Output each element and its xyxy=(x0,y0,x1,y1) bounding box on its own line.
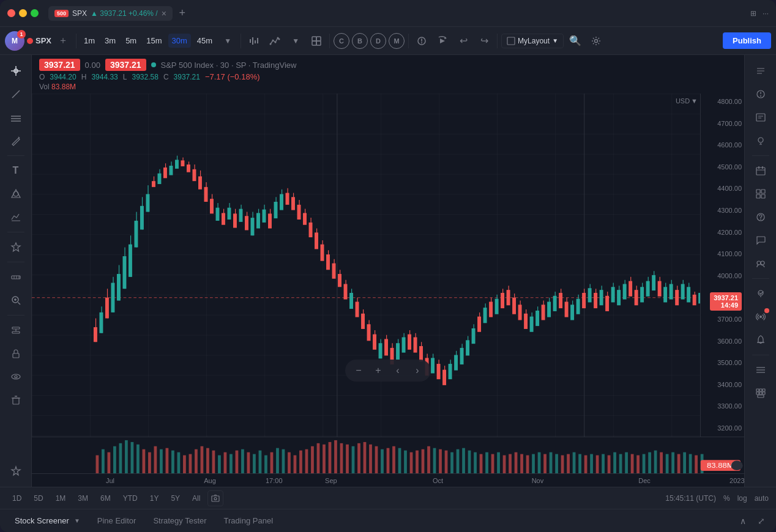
ruler-tool[interactable] xyxy=(5,266,27,288)
screenshot-button[interactable] xyxy=(207,490,223,506)
crosshair-tool[interactable] xyxy=(5,60,27,82)
timeframe-more-icon[interactable]: ▼ xyxy=(218,32,237,50)
templates-button[interactable] xyxy=(307,32,326,50)
tab-strategy-tester[interactable]: Strategy Tester xyxy=(146,514,214,528)
close-value: 3937.21 xyxy=(174,73,200,81)
anchor-tool[interactable] xyxy=(5,319,27,341)
draw-tool[interactable] xyxy=(5,130,27,152)
new-tab-button[interactable]: + xyxy=(175,6,190,21)
tab-trading-panel[interactable]: Trading Panel xyxy=(217,514,280,528)
broadcast-button[interactable] xyxy=(750,306,772,328)
period-1m[interactable]: 1M xyxy=(51,492,71,504)
calendar-button[interactable] xyxy=(750,160,772,182)
settings-button[interactable] xyxy=(587,32,605,50)
currency-badge[interactable]: USD ▼ xyxy=(676,97,698,105)
delete-tool[interactable] xyxy=(5,389,27,411)
period-5y[interactable]: 5Y xyxy=(166,492,185,504)
lock-tool[interactable] xyxy=(5,342,27,364)
layout-selector[interactable]: MyLayout ▼ xyxy=(501,34,564,48)
hotkeys-button[interactable] xyxy=(750,382,772,404)
indicators-button[interactable] xyxy=(266,32,284,50)
text-tool[interactable]: T xyxy=(5,160,27,182)
chat-button[interactable] xyxy=(750,229,772,251)
period-6m[interactable]: 6M xyxy=(95,492,116,504)
tab-pine-editor[interactable]: Pine Editor xyxy=(90,514,144,528)
timeframe-45m[interactable]: 45m xyxy=(193,34,216,48)
publish-button[interactable]: Publish xyxy=(723,32,771,49)
close-traffic-light[interactable] xyxy=(7,9,15,17)
compare-B-button[interactable]: B xyxy=(352,33,368,49)
depth-button[interactable] xyxy=(750,359,772,381)
ideas-button[interactable] xyxy=(750,130,772,152)
period-3m[interactable]: 3M xyxy=(73,492,93,504)
horizontal-line-tool[interactable] xyxy=(5,106,27,128)
auto-toggle[interactable]: auto xyxy=(755,494,769,503)
spx-tab[interactable]: 500 SPX ▲ 3937.21 +0.46% / × xyxy=(48,6,173,21)
tab-stock-screener[interactable]: Stock Screener ▼ xyxy=(7,514,88,528)
period-all[interactable]: All xyxy=(187,492,205,504)
panel-collapse-button[interactable]: ∧ xyxy=(736,514,750,528)
price-3700: 3700.00 xyxy=(703,316,742,323)
line-tool[interactable] xyxy=(5,83,27,105)
timeframe-3m[interactable]: 3m xyxy=(101,34,119,48)
watchlist-star[interactable] xyxy=(5,460,27,482)
compare-M-button[interactable]: M xyxy=(389,33,405,49)
trading-ideas-button[interactable] xyxy=(750,283,772,305)
fullscreen-traffic-light[interactable] xyxy=(31,9,39,17)
ticker-selector[interactable]: SPX xyxy=(27,36,51,45)
avatar-button[interactable]: M 1 xyxy=(5,31,24,51)
replay-button[interactable] xyxy=(433,32,452,50)
period-1y[interactable]: 1Y xyxy=(145,492,164,504)
zoom-out-button[interactable]: − xyxy=(350,362,367,379)
redo-button[interactable]: ↪ xyxy=(475,32,493,50)
svg-rect-86 xyxy=(192,169,196,181)
svg-rect-152 xyxy=(384,339,388,355)
current-price-time: 14:49 xyxy=(714,301,738,309)
zoom-in-button[interactable]: + xyxy=(370,362,387,379)
svg-rect-360 xyxy=(666,454,669,473)
timeframe-15m[interactable]: 15m xyxy=(143,34,165,48)
scroll-left-button[interactable]: ‹ xyxy=(389,362,406,379)
scroll-right-button[interactable]: › xyxy=(409,362,426,379)
indicators-more-icon[interactable]: ▼ xyxy=(286,32,305,50)
tab-close-icon[interactable]: × xyxy=(162,9,166,18)
eye-tool[interactable] xyxy=(5,366,27,388)
timeframe-30m[interactable]: 30m xyxy=(168,34,191,48)
compare-D-button[interactable]: D xyxy=(370,33,386,49)
percent-toggle[interactable]: % xyxy=(723,494,730,503)
search-button[interactable]: 🔍 xyxy=(566,32,584,50)
chart-type-button[interactable] xyxy=(245,32,263,50)
timeframe-1m[interactable]: 1m xyxy=(80,34,99,48)
chart-canvas[interactable]: USD ▼ xyxy=(32,94,744,437)
patterns-tool[interactable] xyxy=(5,206,27,228)
timeframe-5m[interactable]: 5m xyxy=(122,34,140,48)
period-1d[interactable]: 1D xyxy=(7,492,26,504)
log-toggle[interactable]: log xyxy=(737,494,747,503)
shapes-tool[interactable] xyxy=(5,183,27,205)
undo-button[interactable]: ↩ xyxy=(454,32,472,50)
svg-rect-315 xyxy=(404,451,407,473)
svg-rect-404 xyxy=(756,392,759,394)
add-symbol-button[interactable]: ＋ xyxy=(54,32,72,50)
notifications-button[interactable] xyxy=(750,329,772,351)
svg-rect-296 xyxy=(294,456,297,474)
favorite-tool[interactable] xyxy=(5,236,27,258)
svg-rect-140 xyxy=(349,293,353,309)
period-5d[interactable]: 5D xyxy=(29,492,48,504)
panel-fullscreen-button[interactable]: ⤢ xyxy=(754,514,769,528)
help-button[interactable] xyxy=(750,206,772,228)
minimize-traffic-light[interactable] xyxy=(19,9,27,17)
compare-C-button[interactable]: C xyxy=(334,33,349,49)
alerts-history-button[interactable] xyxy=(750,83,772,105)
chat2-button[interactable] xyxy=(750,253,772,275)
screener-button[interactable] xyxy=(750,183,772,205)
zoom-tool[interactable] xyxy=(5,289,27,311)
svg-rect-295 xyxy=(288,453,291,473)
chart-svg[interactable] xyxy=(32,94,744,437)
period-ytd[interactable]: YTD xyxy=(118,492,143,504)
alert-button[interactable] xyxy=(412,32,431,50)
watchlist-button[interactable] xyxy=(750,60,772,82)
svg-rect-0 xyxy=(250,39,251,43)
news-button[interactable] xyxy=(750,106,772,128)
price-4000: 4000.00 xyxy=(703,273,742,279)
